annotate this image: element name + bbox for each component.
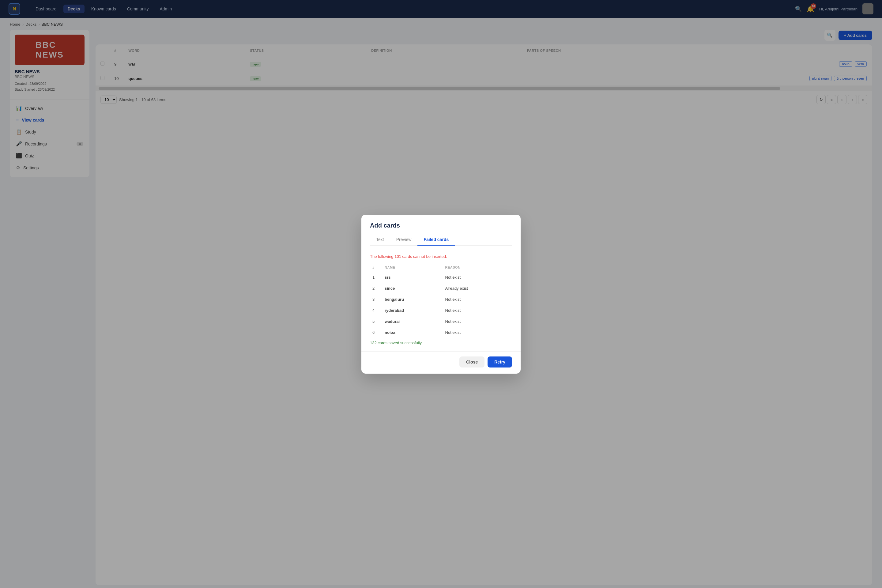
modal-header: Add cards Text Preview Failed cards [362, 214, 520, 249]
failed-row-name: ryderabad [382, 305, 443, 316]
failed-row-num: 2 [370, 283, 382, 294]
col-name: NAME [382, 263, 443, 272]
retry-button[interactable]: Retry [488, 357, 512, 368]
failed-row-num: 5 [370, 316, 382, 327]
failed-row-num: 3 [370, 294, 382, 305]
failed-row-name: wadurai [382, 316, 443, 327]
failed-row: 1 srs Not exist [370, 272, 512, 283]
modal-body: The following 101 cards cannot be insert… [362, 249, 520, 351]
failed-row-reason: Not exist [443, 294, 512, 305]
failed-row-reason: Not exist [443, 327, 512, 338]
close-button[interactable]: Close [459, 357, 484, 368]
failed-row-reason: Not exist [443, 272, 512, 283]
failed-table: # NAME REASON 1 srs Not exist 2 since Al… [370, 263, 512, 338]
failed-row: 3 bengaluru Not exist [370, 294, 512, 305]
failed-row: 2 since Already exist [370, 283, 512, 294]
failed-row-reason: Not exist [443, 305, 512, 316]
modal-tabs: Text Preview Failed cards [370, 234, 512, 246]
add-cards-modal: Add cards Text Preview Failed cards The … [362, 214, 520, 374]
failed-row-num: 1 [370, 272, 382, 283]
failed-row-name: since [382, 283, 443, 294]
failed-row: 5 wadurai Not exist [370, 316, 512, 327]
tab-text[interactable]: Text [370, 234, 390, 246]
modal-footer: Close Retry [362, 351, 520, 374]
failed-row-num: 4 [370, 305, 382, 316]
failed-row-reason: Already exist [443, 283, 512, 294]
tab-failed-cards[interactable]: Failed cards [417, 234, 455, 246]
failed-table-header: # NAME REASON [370, 263, 512, 272]
col-hash: # [370, 263, 382, 272]
failed-row-name: noioa [382, 327, 443, 338]
col-reason: REASON [443, 263, 512, 272]
success-message: 132 cards saved successfully. [370, 338, 512, 346]
modal-overlay[interactable]: Add cards Text Preview Failed cards The … [0, 0, 882, 588]
tab-preview[interactable]: Preview [390, 234, 418, 246]
failed-row-name: bengaluru [382, 294, 443, 305]
failed-row-name: srs [382, 272, 443, 283]
failed-row-num: 6 [370, 327, 382, 338]
failed-row: 4 ryderabad Not exist [370, 305, 512, 316]
failed-row: 6 noioa Not exist [370, 327, 512, 338]
failed-row-reason: Not exist [443, 316, 512, 327]
failed-message: The following 101 cards cannot be insert… [370, 254, 512, 259]
modal-title: Add cards [370, 222, 512, 229]
